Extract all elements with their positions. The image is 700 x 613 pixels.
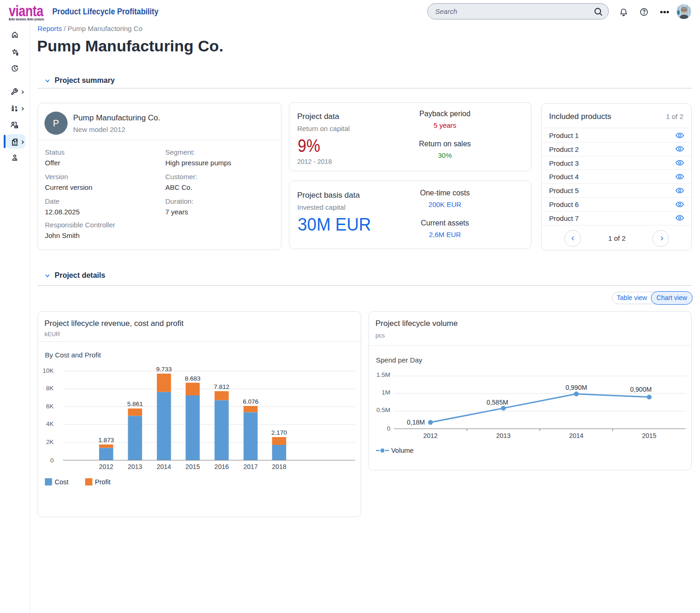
svg-text:$: $ xyxy=(15,105,17,109)
svg-text:8K: 8K xyxy=(46,385,54,392)
svg-text:2012: 2012 xyxy=(423,432,438,439)
svg-text:0: 0 xyxy=(50,457,54,464)
svg-text:6K: 6K xyxy=(46,403,54,410)
svg-text:10K: 10K xyxy=(43,367,54,374)
svg-text:0,900M: 0,900M xyxy=(630,386,652,393)
svg-text:1.873: 1.873 xyxy=(98,437,114,444)
svg-text:0,585M: 0,585M xyxy=(487,399,508,406)
svg-text:2.170: 2.170 xyxy=(271,429,287,436)
svg-text:2017: 2017 xyxy=(244,463,258,470)
svg-text:2015: 2015 xyxy=(186,463,200,470)
svg-text:2015: 2015 xyxy=(642,432,656,439)
svg-text:9.733: 9.733 xyxy=(156,366,172,373)
svg-text:0,18M: 0,18M xyxy=(407,419,425,426)
svg-text:2014: 2014 xyxy=(157,463,171,470)
svg-text:4K: 4K xyxy=(46,420,54,427)
svg-text:6.076: 6.076 xyxy=(243,398,258,405)
svg-text:2018: 2018 xyxy=(272,463,286,470)
svg-text:2016: 2016 xyxy=(214,463,229,470)
svg-text:2K: 2K xyxy=(46,438,54,445)
svg-text:0: 0 xyxy=(387,425,390,432)
svg-text:1M: 1M xyxy=(381,389,390,396)
svg-text:2013: 2013 xyxy=(128,463,142,470)
svg-text:1.5M: 1.5M xyxy=(376,371,390,378)
svg-text:8.683: 8.683 xyxy=(185,375,200,382)
svg-text:5.861: 5.861 xyxy=(127,400,143,407)
svg-text:2013: 2013 xyxy=(496,432,511,439)
svg-text:2014: 2014 xyxy=(569,432,583,439)
svg-text:2012: 2012 xyxy=(99,463,113,470)
svg-text:Volume: Volume xyxy=(391,447,413,454)
svg-text:7.812: 7.812 xyxy=(214,383,230,390)
svg-text:0,990M: 0,990M xyxy=(565,384,587,391)
svg-text:Profit: Profit xyxy=(95,478,111,486)
svg-text:0.5M: 0.5M xyxy=(376,407,390,413)
svg-text:$: $ xyxy=(15,139,18,144)
svg-text:Cost: Cost xyxy=(55,478,69,486)
